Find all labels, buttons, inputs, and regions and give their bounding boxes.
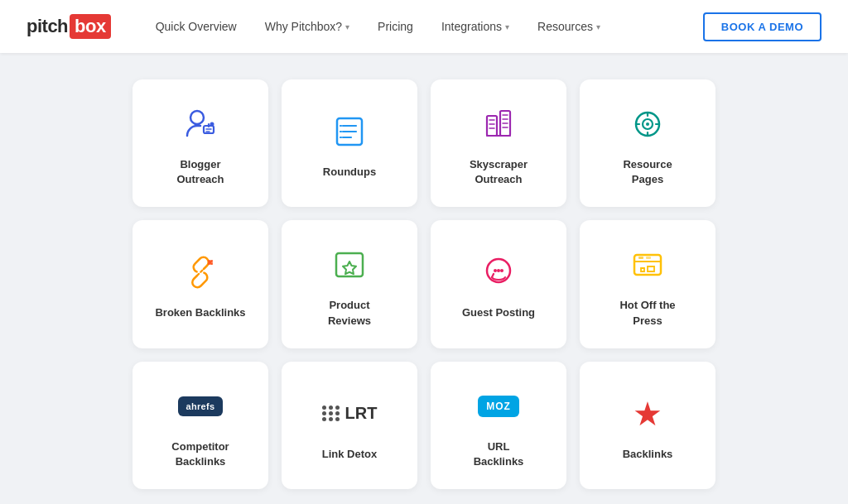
chevron-down-icon: ▾ xyxy=(596,22,600,31)
card-link-detox[interactable]: LRT Link Detox xyxy=(282,362,417,489)
card-roundups[interactable]: Roundups xyxy=(282,79,417,207)
nav-quick-overview[interactable]: Quick Overview xyxy=(144,13,248,40)
card-label-roundups: Roundups xyxy=(323,165,376,180)
moz-logo-icon: MOZ xyxy=(478,396,519,417)
book-demo-button[interactable]: BOOK A DEMO xyxy=(703,12,822,41)
lrt-logo-icon: LRT xyxy=(322,404,378,423)
nav-resources[interactable]: Resources ▾ xyxy=(526,13,612,40)
card-icon-roundups xyxy=(328,110,371,153)
nav-integrations[interactable]: Integrations ▾ xyxy=(430,13,521,40)
svg-rect-4 xyxy=(487,116,497,136)
card-label-skyscraper-outreach: SkyscraperOutreach xyxy=(470,157,528,187)
card-icon-backlinks: ★ xyxy=(626,392,669,435)
card-icon-hot-off-press xyxy=(626,243,669,286)
card-icon-link-detox: LRT xyxy=(328,392,371,435)
svg-point-2 xyxy=(210,122,214,127)
card-resource-pages[interactable]: ResourcePages xyxy=(580,79,716,207)
svg-point-13 xyxy=(497,269,500,272)
svg-point-12 xyxy=(494,269,497,272)
svg_roundups-icon xyxy=(330,112,369,151)
nav-pricing[interactable]: Pricing xyxy=(366,13,425,40)
card-label-hot-off-press: Hot Off thePress xyxy=(619,298,675,328)
svg_blogger-icon xyxy=(181,104,220,144)
ahrefs-logo-icon: ahrefs xyxy=(178,396,224,416)
card-label-url-backlinks: URLBacklinks xyxy=(474,439,524,469)
card-label-resource-pages: ResourcePages xyxy=(623,157,672,187)
svg_skyscraper-icon xyxy=(479,104,518,144)
svg-rect-17 xyxy=(646,257,651,259)
card-icon-product-reviews xyxy=(328,243,371,286)
logo-text-box: box xyxy=(70,14,111,39)
card-icon-resource-pages xyxy=(626,103,669,146)
card-label-blogger-outreach: BloggerOutreach xyxy=(176,157,224,187)
svg-rect-16 xyxy=(638,257,643,259)
card-label-link-detox: Link Detox xyxy=(322,447,377,462)
card-label-competitor-backlinks: CompetitorBacklinks xyxy=(171,439,229,469)
card-blogger-outreach[interactable]: BloggerOutreach xyxy=(132,79,268,207)
card-icon-url-backlinks: MOZ xyxy=(477,385,520,428)
card-icon-broken-backlinks xyxy=(179,251,222,294)
card-label-broken-backlinks: Broken Backlinks xyxy=(155,305,245,320)
card-broken-backlinks[interactable]: Broken Backlinks xyxy=(132,220,268,348)
chevron-down-icon: ▾ xyxy=(505,22,509,31)
card-backlinks[interactable]: ★ Backlinks xyxy=(580,362,716,489)
svg_hot-icon xyxy=(628,245,667,285)
card-icon-competitor-backlinks: ahrefs xyxy=(179,385,222,428)
card-guest-posting[interactable]: Guest Posting xyxy=(431,220,566,348)
card-skyscraper-outreach[interactable]: SkyscraperOutreach xyxy=(431,79,566,207)
card-icon-guest-posting xyxy=(477,251,520,294)
svg-point-8 xyxy=(646,122,649,126)
main-nav: pitch box Quick Overview Why Pitchbox? ▾… xyxy=(0,0,848,53)
card-icon-blogger-outreach xyxy=(179,103,222,146)
card-label-product-reviews: ProductReviews xyxy=(328,298,371,328)
card-hot-off-press[interactable]: Hot Off thePress xyxy=(580,220,716,348)
nav-why-pitchbox[interactable]: Why Pitchbox? ▾ xyxy=(253,13,361,40)
star-icon: ★ xyxy=(633,397,662,430)
card-icon-skyscraper-outreach xyxy=(477,103,520,146)
cards-grid: BloggerOutreach Roundups SkyscraperOutre… xyxy=(132,79,716,489)
svg-point-14 xyxy=(500,269,504,272)
svg_resource-icon xyxy=(628,104,667,144)
svg_product-icon xyxy=(330,245,369,285)
chevron-down-icon: ▾ xyxy=(345,22,349,31)
svg_broken-icon xyxy=(181,252,220,292)
card-label-guest-posting: Guest Posting xyxy=(462,305,535,320)
card-label-backlinks: Backlinks xyxy=(623,447,673,462)
card-url-backlinks[interactable]: MOZ URLBacklinks xyxy=(431,362,566,489)
main-content: BloggerOutreach Roundups SkyscraperOutre… xyxy=(0,53,848,504)
logo[interactable]: pitch box xyxy=(26,14,111,39)
card-competitor-backlinks[interactable]: ahrefs CompetitorBacklinks xyxy=(132,362,268,489)
svg_guest-icon xyxy=(479,252,518,292)
nav-links: Quick Overview Why Pitchbox? ▾ Pricing I… xyxy=(144,13,703,40)
card-product-reviews[interactable]: ProductReviews xyxy=(282,220,417,348)
logo-text-pitch: pitch xyxy=(26,16,68,37)
svg-point-0 xyxy=(190,111,204,124)
